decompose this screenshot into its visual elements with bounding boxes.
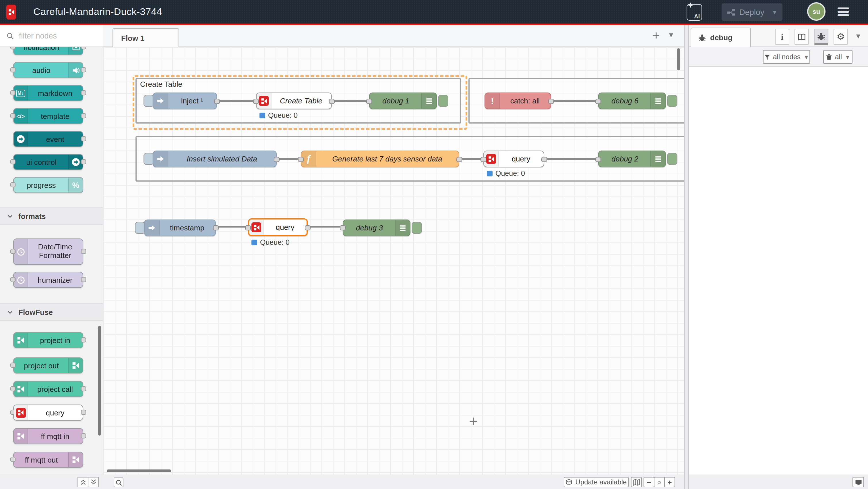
port[interactable] bbox=[253, 98, 259, 104]
palette-node-progress[interactable]: progress % bbox=[13, 177, 83, 193]
port[interactable] bbox=[480, 156, 486, 162]
port[interactable] bbox=[81, 249, 86, 254]
sidebar-tab-config-button[interactable]: ⚙ bbox=[834, 29, 848, 45]
search-flows-button[interactable] bbox=[114, 478, 123, 487]
inject-trigger-button[interactable] bbox=[135, 222, 145, 234]
port[interactable] bbox=[274, 156, 280, 162]
debug-clear-button[interactable]: all ▼ bbox=[823, 50, 852, 64]
update-available-button[interactable]: Update available bbox=[564, 477, 629, 487]
palette-scrollbar[interactable] bbox=[98, 326, 101, 436]
node-create-table[interactable]: Create Table bbox=[256, 92, 332, 109]
filter-nodes-input[interactable] bbox=[18, 31, 95, 41]
zoom-out-button[interactable]: − bbox=[644, 477, 654, 487]
ai-assistant-button[interactable]: AI bbox=[687, 4, 702, 21]
deploy-button[interactable]: Deploy ▼ bbox=[722, 3, 782, 21]
node-inject[interactable]: inject ¹ bbox=[153, 92, 217, 109]
port[interactable] bbox=[81, 67, 86, 73]
sidebar-tab-debug[interactable]: debug bbox=[691, 28, 751, 47]
wire[interactable] bbox=[460, 158, 482, 160]
port[interactable] bbox=[81, 90, 86, 95]
main-menu-button[interactable] bbox=[838, 7, 849, 16]
node-query-3-selected[interactable]: query bbox=[248, 218, 308, 236]
node-debug-1[interactable]: debug 1 bbox=[369, 92, 437, 109]
sidebar-tab-help-button[interactable] bbox=[795, 29, 809, 45]
palette-node-project-in[interactable]: project in bbox=[13, 332, 83, 348]
port[interactable] bbox=[541, 156, 547, 162]
port[interactable] bbox=[81, 277, 86, 282]
expand-all-categories-button[interactable] bbox=[88, 477, 99, 487]
port[interactable] bbox=[245, 225, 251, 230]
wire[interactable] bbox=[217, 226, 246, 228]
open-dashboard-button[interactable] bbox=[852, 477, 864, 487]
palette-section-formats[interactable]: formats bbox=[0, 207, 103, 225]
node-timestamp[interactable]: timestamp bbox=[144, 220, 216, 236]
canvas-horizontal-scrollbar[interactable] bbox=[107, 469, 171, 472]
wire[interactable] bbox=[309, 226, 341, 228]
palette-node-template[interactable]: </> template bbox=[13, 108, 83, 124]
debug-toggle-button[interactable] bbox=[412, 222, 422, 234]
palette-node-datetime-formatter[interactable]: Date/Time Formatter bbox=[13, 238, 83, 265]
palette-node-markdown[interactable]: M↓ markdown bbox=[13, 85, 83, 101]
inject-trigger-button[interactable] bbox=[144, 95, 154, 107]
zoom-reset-button[interactable]: ○ bbox=[654, 477, 665, 487]
port[interactable] bbox=[213, 225, 219, 230]
port[interactable] bbox=[81, 113, 86, 118]
palette-scroll-area[interactable]: notification audio M↓ markdown </> templ… bbox=[0, 25, 103, 474]
port[interactable] bbox=[329, 98, 335, 104]
debug-toggle-button[interactable] bbox=[667, 95, 677, 107]
node-catch-all[interactable]: ! catch: all bbox=[485, 92, 551, 109]
sidebar-tab-debug-button[interactable] bbox=[814, 29, 828, 45]
tab-flow-1[interactable]: Flow 1 bbox=[113, 28, 179, 47]
debug-toggle-button[interactable] bbox=[667, 153, 677, 165]
collapse-all-categories-button[interactable] bbox=[78, 477, 88, 487]
sidebar-tab-info-button[interactable]: i bbox=[775, 29, 789, 45]
palette-node-audio[interactable]: audio bbox=[13, 62, 83, 78]
node-insert-simulated-data[interactable]: Insert simulated Data bbox=[153, 150, 277, 167]
debug-filter-button[interactable]: all nodes ▼ bbox=[763, 50, 810, 64]
zoom-in-button[interactable]: + bbox=[664, 477, 675, 487]
wire[interactable] bbox=[546, 158, 596, 160]
port[interactable] bbox=[214, 98, 220, 104]
palette-node-event[interactable]: event bbox=[13, 131, 83, 147]
user-avatar[interactable]: su bbox=[807, 2, 826, 21]
port[interactable] bbox=[340, 225, 346, 230]
port[interactable] bbox=[595, 98, 601, 104]
debug-toggle-button[interactable] bbox=[438, 95, 448, 107]
debug-messages-panel[interactable] bbox=[689, 67, 868, 474]
node-debug-3[interactable]: debug 3 bbox=[343, 220, 410, 236]
node-debug-2[interactable]: debug 2 bbox=[598, 150, 666, 167]
wire[interactable] bbox=[333, 100, 368, 102]
palette-node-ff-mqtt-in[interactable]: ff mqtt in bbox=[13, 428, 83, 444]
wire[interactable] bbox=[551, 100, 596, 102]
palette-node-ui-control[interactable]: ui control bbox=[13, 154, 83, 170]
node-query-2[interactable]: query bbox=[484, 150, 544, 167]
palette-node-ff-mqtt-out[interactable]: ff mqtt out bbox=[13, 452, 83, 468]
palette-node-humanizer[interactable]: humanizer bbox=[13, 272, 83, 288]
node-generate-sensor-data[interactable]: f Generate last 7 days sensor data bbox=[301, 150, 459, 167]
palette-section-flowfuse[interactable]: FlowFuse bbox=[0, 304, 103, 321]
node-debug-6[interactable]: debug 6 bbox=[598, 92, 666, 109]
port[interactable] bbox=[81, 410, 86, 415]
port[interactable] bbox=[548, 98, 554, 104]
port[interactable] bbox=[81, 159, 86, 164]
port[interactable] bbox=[298, 156, 304, 162]
flow-canvas[interactable]: Create Table inject ¹ Create Table Queue… bbox=[103, 47, 684, 474]
deploy-dropdown-icon[interactable]: ▼ bbox=[772, 9, 778, 15]
add-flow-button[interactable]: + bbox=[649, 28, 663, 44]
sidebar-tabs-dropdown-icon[interactable]: ▼ bbox=[855, 32, 862, 40]
port[interactable] bbox=[366, 98, 372, 104]
wire[interactable] bbox=[277, 158, 299, 160]
port[interactable] bbox=[81, 136, 86, 141]
port[interactable] bbox=[305, 225, 311, 230]
palette-node-project-out[interactable]: project out bbox=[13, 357, 83, 374]
palette-node-project-call[interactable]: project call bbox=[13, 381, 83, 397]
sidebar-splitter[interactable] bbox=[684, 25, 689, 489]
port[interactable] bbox=[595, 156, 601, 162]
port[interactable] bbox=[456, 156, 462, 162]
port[interactable] bbox=[81, 386, 86, 391]
wire[interactable] bbox=[218, 100, 254, 102]
palette-node-query[interactable]: query bbox=[13, 405, 83, 421]
flow-list-dropdown-icon[interactable]: ▼ bbox=[668, 31, 675, 39]
navigator-map-button[interactable] bbox=[631, 477, 642, 487]
inject-trigger-button[interactable] bbox=[144, 153, 154, 165]
